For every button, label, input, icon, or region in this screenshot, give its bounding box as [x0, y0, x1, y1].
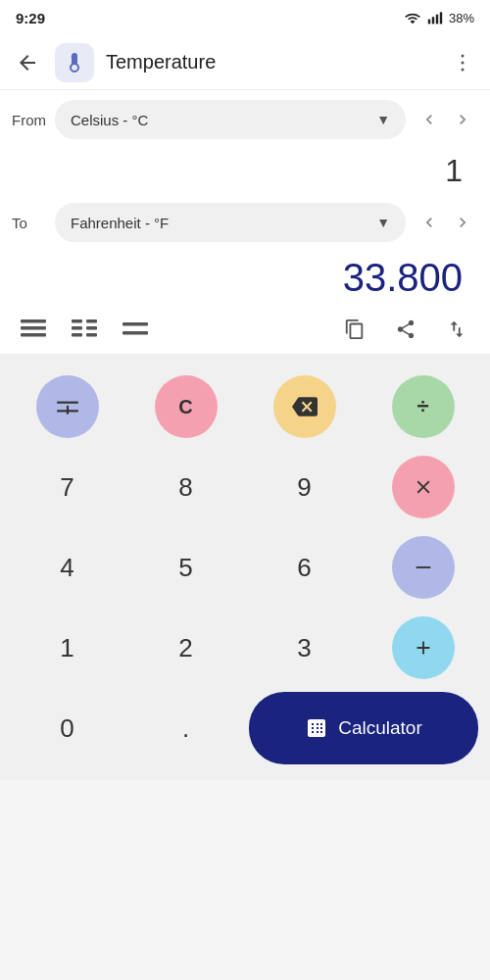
- clear-button[interactable]: C: [130, 370, 241, 443]
- label-0: 0: [60, 713, 74, 744]
- btn-0[interactable]: 0: [12, 692, 122, 764]
- subtract-button[interactable]: [368, 531, 478, 604]
- svg-rect-10: [21, 333, 46, 337]
- btn-3[interactable]: 3: [249, 612, 360, 684]
- to-next-button[interactable]: [447, 207, 478, 238]
- svg-rect-8: [21, 319, 46, 323]
- backspace-button[interactable]: [249, 370, 360, 443]
- from-dropdown-arrow: ▼: [376, 112, 390, 127]
- to-unit-text: Fahrenheit - °F: [71, 215, 376, 231]
- btn-5[interactable]: 5: [130, 531, 241, 604]
- format-split-icon: [72, 319, 97, 339]
- top-bar: ° Temperature: [0, 35, 490, 90]
- add-button[interactable]: [368, 612, 478, 684]
- to-value: 33.800: [343, 256, 463, 299]
- row-456: 4 5 6: [12, 531, 478, 604]
- copy-button[interactable]: [337, 312, 372, 347]
- svg-rect-21: [66, 406, 68, 415]
- label-2: 2: [178, 633, 192, 663]
- format-compact-button[interactable]: [16, 312, 51, 347]
- svg-rect-13: [72, 326, 82, 330]
- to-label: To: [12, 215, 55, 231]
- plus-minus-icon: [55, 394, 80, 419]
- svg-rect-2: [436, 15, 438, 24]
- swap-icon: [446, 318, 467, 340]
- swap-button[interactable]: [439, 312, 474, 347]
- more-button[interactable]: [443, 43, 482, 82]
- btn-7[interactable]: 7: [12, 451, 122, 523]
- to-unit-selector[interactable]: Fahrenheit - °F ▼: [55, 203, 406, 242]
- from-prev-button[interactable]: [414, 104, 445, 135]
- svg-point-7: [462, 68, 465, 71]
- btn-1[interactable]: 1: [12, 612, 122, 684]
- to-dropdown-arrow: ▼: [376, 215, 390, 230]
- to-value-display: 33.800: [12, 252, 478, 304]
- format-minimal-button[interactable]: [118, 312, 153, 347]
- calculator-area: C ÷ 7 8 9: [0, 355, 490, 780]
- svg-rect-11: [72, 319, 82, 323]
- back-icon: [16, 51, 39, 74]
- btn-2[interactable]: 2: [130, 612, 241, 684]
- add-icon: [413, 637, 434, 659]
- divide-circle: ÷: [392, 375, 455, 438]
- btn-9[interactable]: 9: [249, 451, 360, 523]
- row-789: 7 8 9: [12, 451, 478, 523]
- plus-minus-button[interactable]: [12, 370, 122, 443]
- from-label: From: [12, 112, 55, 128]
- calculator-icon: [305, 716, 328, 740]
- label-3: 3: [297, 633, 311, 663]
- convert-section: From Celsius - °C ▼ 1 To Fahrenheit - °F…: [0, 90, 490, 304]
- page-title: Temperature: [106, 51, 435, 74]
- btn-4[interactable]: 4: [12, 531, 122, 604]
- clear-label: C: [178, 396, 192, 418]
- multiply-button[interactable]: [368, 451, 478, 523]
- calculator-button-label: Calculator: [338, 717, 422, 739]
- to-chevron-left-icon: [419, 213, 439, 232]
- format-split-button[interactable]: [67, 312, 102, 347]
- temperature-icon: °: [63, 51, 86, 74]
- signal-icon: [427, 11, 443, 24]
- row-123: 1 2 3: [12, 612, 478, 684]
- subtract-circle: [392, 536, 455, 599]
- chevron-right-icon: [453, 110, 472, 129]
- divide-label: ÷: [416, 394, 428, 419]
- format-icons: [16, 312, 153, 347]
- from-unit-selector[interactable]: Celsius - °C ▼: [55, 100, 406, 139]
- from-row: From Celsius - °C ▼: [12, 90, 478, 149]
- svg-rect-22: [416, 566, 430, 568]
- subtract-icon: [413, 557, 434, 578]
- from-next-button[interactable]: [447, 104, 478, 135]
- calculator-wide-button[interactable]: Calculator: [249, 692, 478, 764]
- special-row: C ÷: [12, 370, 478, 443]
- wifi-icon: [404, 11, 421, 24]
- divide-button[interactable]: ÷: [368, 370, 478, 443]
- svg-rect-16: [86, 333, 97, 337]
- svg-rect-9: [21, 326, 46, 330]
- btn-6[interactable]: 6: [249, 531, 360, 604]
- btn-dot[interactable]: .: [130, 692, 241, 764]
- label-6: 6: [297, 553, 311, 583]
- share-button[interactable]: [388, 312, 423, 347]
- format-minimal-icon: [122, 319, 148, 339]
- status-icons: 38%: [404, 11, 474, 25]
- to-prev-button[interactable]: [414, 207, 445, 238]
- svg-rect-3: [440, 12, 442, 24]
- svg-point-6: [462, 61, 465, 64]
- svg-rect-12: [86, 319, 97, 323]
- multiply-icon: [413, 476, 434, 498]
- to-row: To Fahrenheit - °F ▼: [12, 193, 478, 252]
- from-nav-arrows: [414, 104, 478, 135]
- backspace-circle: [273, 375, 336, 438]
- svg-rect-0: [428, 20, 430, 24]
- back-button[interactable]: [8, 43, 47, 82]
- label-5: 5: [178, 553, 192, 583]
- label-4: 4: [60, 553, 74, 583]
- label-7: 7: [60, 472, 74, 503]
- action-icons: [337, 312, 474, 347]
- battery-status: 38%: [449, 11, 474, 25]
- svg-point-5: [462, 54, 465, 57]
- share-icon: [395, 318, 416, 340]
- btn-8[interactable]: 8: [130, 451, 241, 523]
- to-nav-arrows: [414, 207, 478, 238]
- svg-rect-14: [86, 326, 97, 330]
